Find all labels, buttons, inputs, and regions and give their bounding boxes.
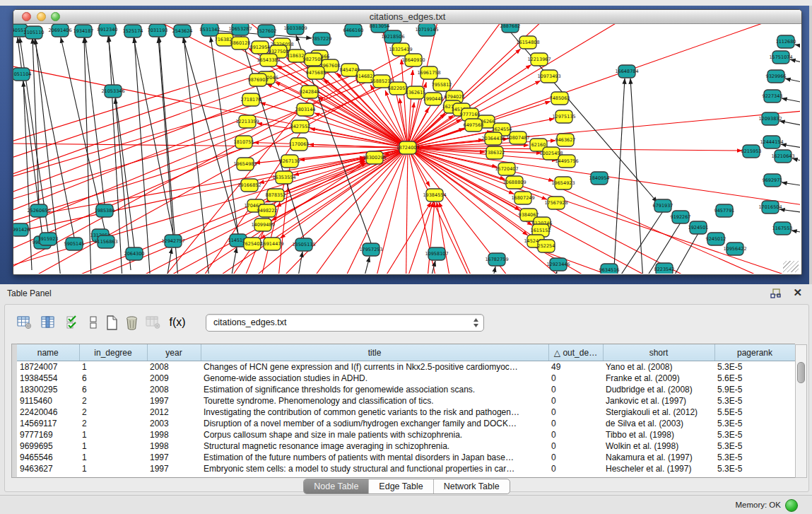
graph-node[interactable]: 1840954 — [589, 172, 610, 185]
graph-node[interactable]: 8215953 — [741, 145, 762, 158]
graph-node[interactable]: 12975135 — [552, 110, 575, 123]
graph-node[interactable]: 19218506 — [381, 30, 404, 43]
graph-node[interactable]: 9463627 — [555, 134, 576, 146]
graph-edge[interactable] — [21, 159, 365, 274]
graph-node[interactable]: 5905145 — [64, 238, 85, 250]
graph-node[interactable]: 19384554 — [423, 189, 446, 201]
table-scrollbar-thumb[interactable] — [797, 362, 805, 383]
tab-node-table[interactable]: Node Table — [304, 479, 369, 493]
resize-grip-icon[interactable] — [783, 261, 799, 272]
graph-node[interactable]: 1990448 — [423, 93, 444, 105]
graph-node[interactable]: 12942757 — [161, 235, 184, 247]
graph-node[interactable]: 12213359 — [235, 115, 259, 128]
graph-edge[interactable] — [13, 160, 365, 274]
graph-node[interactable]: 8223542 — [654, 263, 675, 274]
graph-node[interactable]: 16353554 — [272, 171, 295, 184]
citation-graph[interactable]: 2405572210511020691406193418789123401525… — [13, 24, 800, 274]
graph-node[interactable]: 18300295 — [363, 151, 386, 164]
graph-node[interactable]: 25260650 — [27, 204, 50, 217]
graph-node[interactable]: 9329966 — [766, 70, 787, 83]
graph-node[interactable]: 2051104 — [13, 68, 31, 81]
column-header-year[interactable]: year — [147, 344, 201, 361]
graph-node[interactable]: 7386322 — [485, 146, 505, 159]
graph-node[interactable]: 9227343 — [763, 90, 783, 103]
graph-node[interactable]: 9634516 — [599, 264, 620, 274]
column-header-out_de[interactable]: △ out_de… — [548, 344, 603, 361]
table-scrollbar[interactable] — [795, 344, 807, 478]
graph-edge[interactable] — [226, 247, 237, 274]
table-row[interactable]: 911546021997Tourette syndrome. Phenomeno… — [17, 395, 795, 407]
graph-node[interactable]: 2543624 — [172, 25, 193, 37]
graph-node[interactable]: 16961758 — [417, 66, 440, 79]
graph-edge[interactable] — [779, 121, 800, 132]
graph-edge[interactable] — [790, 59, 800, 71]
column-header-in_degree[interactable]: in_degree — [79, 344, 147, 361]
graph-node[interactable]: 252254 — [538, 240, 555, 252]
graph-node[interactable]: 11156863 — [94, 235, 117, 248]
node-attribute-table[interactable]: namein_degreeyeartitle△ out_de…shortpage… — [17, 344, 795, 478]
table-row[interactable]: 946362711997Embryonic stem cells: a mode… — [17, 463, 795, 474]
table-settings-icon[interactable] — [15, 313, 33, 332]
table-select-dropdown[interactable]: citations_edges.txt — [206, 314, 484, 332]
graph-node[interactable]: 21053346 — [101, 85, 124, 98]
graph-node[interactable]: 9457791 — [714, 204, 735, 217]
graph-edge[interactable] — [439, 202, 484, 274]
graph-node[interactable]: 9498222 — [257, 204, 278, 217]
table-row[interactable]: 1456911722003Disruption of a novel membe… — [17, 418, 795, 429]
column-header-title[interactable]: title — [201, 344, 548, 361]
close-panel-icon[interactable]: ✕ — [793, 286, 802, 299]
table-row[interactable]: 1872400712008Changes of HCN gene express… — [17, 361, 795, 373]
graph-node[interactable]: 13505135 — [292, 238, 315, 251]
graph-node[interactable]: 10688809 — [502, 176, 526, 189]
row-height-icon[interactable] — [84, 313, 102, 332]
graph-node[interactable]: 10807487 — [506, 132, 529, 144]
graph-node[interactable]: 7485063 — [550, 92, 570, 105]
column-header-pagerank[interactable]: pagerank — [714, 344, 795, 361]
graph-node[interactable]: 9242848 — [300, 86, 320, 98]
graph-edge[interactable] — [779, 209, 800, 217]
graph-node[interactable]: 9876903 — [248, 74, 269, 86]
graph-edge[interactable] — [211, 37, 238, 234]
graph-node[interactable]: 19654985 — [233, 158, 257, 170]
graph-node[interactable]: 7955812 — [432, 78, 452, 91]
column-header-name[interactable]: name — [17, 344, 79, 361]
graph-node[interactable]: 14495756 — [555, 155, 578, 168]
graph-node[interactable]: 1934187 — [73, 25, 94, 37]
float-window-icon[interactable] — [770, 288, 781, 298]
table-row[interactable]: 969969511998Structural magnetic resonanc… — [17, 440, 795, 452]
graph-node[interactable]: 2803144 — [295, 103, 316, 116]
column-header-short[interactable]: short — [603, 344, 714, 361]
graph-edge[interactable] — [488, 267, 495, 274]
graph-node[interactable]: 2064300 — [124, 247, 145, 260]
graph-node[interactable]: 16210643 — [771, 150, 794, 163]
new-table-icon[interactable] — [102, 313, 121, 332]
graph-edge[interactable] — [183, 37, 238, 234]
tab-network-table[interactable]: Network Table — [434, 479, 510, 493]
graph-node[interactable]: 12923446 — [546, 258, 570, 271]
graph-edge[interactable] — [792, 158, 800, 170]
graph-node[interactable]: 1924501 — [688, 221, 709, 234]
graph-node[interactable]: 8912340 — [98, 24, 118, 36]
graph-edge[interactable] — [293, 252, 302, 274]
memory-indicator-icon[interactable] — [785, 499, 798, 512]
table-row[interactable]: 1830029562008Estimation of significance … — [17, 384, 795, 395]
graph-node[interactable]: 14099489 — [251, 218, 274, 231]
graph-node[interactable]: 9192267 — [671, 211, 691, 223]
graph-node[interactable]: 2718176 — [241, 93, 261, 106]
table-row[interactable]: 946554611997Estimation of the future num… — [17, 452, 795, 463]
graph-edge[interactable] — [613, 78, 625, 274]
graph-node[interactable]: 16154808 — [516, 36, 539, 49]
graph-edge[interactable] — [357, 257, 370, 274]
select-rows-icon[interactable] — [63, 313, 81, 332]
graph-node[interactable]: 8878352 — [266, 189, 286, 201]
table-row[interactable]: 1938455462009Genome-wide association stu… — [17, 373, 795, 384]
graph-node[interactable]: 1525174 — [123, 25, 143, 37]
graph-edge[interactable] — [71, 161, 365, 274]
graph-node[interactable]: 9692971 — [763, 174, 783, 187]
graph-node[interactable]: 16782759 — [485, 253, 508, 266]
graph-node[interactable]: 20691406 — [48, 24, 71, 37]
network-window-titlebar[interactable]: citations_edges.txt — [13, 10, 801, 24]
graph-node[interactable]: 9245012 — [706, 233, 726, 245]
graph-node[interactable]: 12213967 — [527, 53, 551, 66]
graph-node[interactable]: 10973493 — [537, 70, 560, 83]
